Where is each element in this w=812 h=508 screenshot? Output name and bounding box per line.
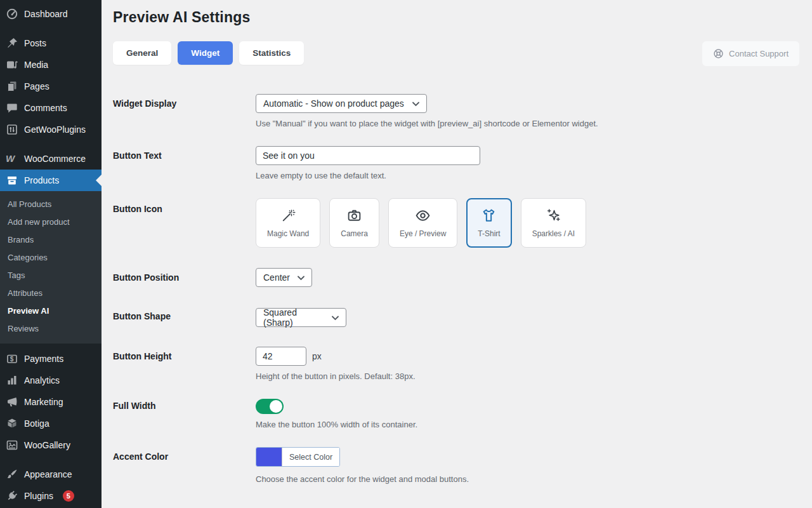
button-height-help: Height of the button in pixels. Default:… [256,371,799,381]
sidebar-item-label: Payments [24,354,63,364]
button-height-input[interactable] [256,347,306,366]
sidebar-item-analytics[interactable]: Analytics [0,370,102,391]
button-position-select[interactable]: Center [256,268,312,287]
archive-box-icon [6,174,18,187]
button-height-label: Button Height [113,347,256,381]
setting-row-button-height: Button Height px Height of the button in… [113,347,799,381]
button-text-input[interactable] [256,146,480,165]
woocommerce-icon: W [6,152,18,165]
sidebar-item-dashboard[interactable]: Dashboard [0,3,102,25]
submenu-item-brands[interactable]: Brands [0,231,102,249]
sparkles-icon [546,208,561,224]
sidebar-item-media[interactable]: Media [0,54,102,76]
submenu-item-tags[interactable]: Tags [0,267,102,284]
button-shape-select[interactable]: Squared (Sharp) [256,308,346,327]
pin-icon [6,37,18,50]
sidebar-item-pages[interactable]: Pages [0,76,102,97]
setting-row-button-position: Button Position Center [113,268,799,287]
sidebar-item-botiga[interactable]: Botiga [0,413,102,434]
life-buoy-icon [713,48,724,59]
widget-display-select[interactable]: Automatic - Show on product pages [256,94,427,113]
contact-support-button[interactable]: Contact Support [702,41,799,66]
accent-color-picker-button[interactable]: Select Color [256,447,340,467]
tabs-row: General Widget Statistics Contact Suppor… [113,41,799,66]
button-shape-value: Squared (Sharp) [263,307,324,328]
icon-option-magic-wand[interactable]: Magic Wand [256,198,320,248]
sidebar-item-getwooplugins[interactable]: GetWooPlugins [0,119,102,140]
accent-color-label: Accent Color [113,447,256,484]
setting-row-accent-color: Accent Color Select Color Choose the acc… [113,447,799,484]
sidebar-item-label: Pages [24,81,49,91]
button-icon-options: Magic Wand Camera Eye / Preview [256,198,799,248]
sidebar-item-woocommerce[interactable]: W WooCommerce [0,148,102,170]
sidebar-item-comments[interactable]: Comments [0,97,102,119]
submenu-item-add-new-product[interactable]: Add new product [0,213,102,231]
products-submenu: All Products Add new product Brands Cate… [0,191,102,344]
sidebar-item-appearance[interactable]: Appearance [0,464,102,485]
widget-display-help: Use "Manual" if you want to place the wi… [256,119,799,128]
dashboard-icon [6,8,18,20]
sidebar-item-label: GetWooPlugins [24,124,86,135]
icon-option-camera[interactable]: Camera [329,198,379,248]
tshirt-icon [481,208,497,224]
media-icon [6,58,18,71]
icon-option-label: Camera [341,229,368,238]
sidebar-item-label: WooCommerce [24,154,86,164]
sidebar-item-label: WooGallery [24,440,70,450]
sidebar-item-label: Products [24,175,59,185]
current-menu-arrow [96,175,102,186]
sidebar-item-marketing[interactable]: Marketing [0,391,102,413]
toggle-knob [270,400,282,413]
submenu-item-attributes[interactable]: Attributes [0,284,102,302]
tab-general[interactable]: General [113,41,171,65]
sidebar-item-label: Appearance [24,469,72,479]
button-icon-label: Button Icon [113,198,256,248]
icon-option-tshirt[interactable]: T-Shirt [466,198,511,248]
submenu-item-preview-ai[interactable]: Preview AI [0,302,102,320]
payments-icon: $ [6,352,18,365]
megaphone-icon [6,396,18,408]
magic-wand-icon [280,208,296,224]
color-swatch [256,448,282,466]
camera-icon [346,208,362,224]
brush-icon [6,468,18,481]
icon-option-label: Magic Wand [267,229,309,238]
setting-row-button-icon: Button Icon Magic Wand Camera [113,198,799,248]
button-position-value: Center [263,272,290,283]
icon-option-sparkles[interactable]: Sparkles / AI [521,198,586,248]
comment-icon [6,102,18,114]
full-width-help: Make the button 100% width of its contai… [256,420,799,429]
tab-statistics[interactable]: Statistics [239,41,304,65]
full-width-toggle[interactable] [256,399,284,414]
admin-sidebar: Dashboard Posts Media Pages Comments Get… [0,0,102,508]
icon-option-eye[interactable]: Eye / Preview [388,198,457,248]
svg-text:$: $ [10,356,14,363]
setting-row-widget-display: Widget Display Automatic - Show on produ… [113,94,799,128]
svg-text:W: W [6,153,16,164]
submenu-item-categories[interactable]: Categories [0,249,102,267]
accent-color-help: Choose the accent color for the widget a… [256,474,799,484]
button-text-help: Leave empty to use the default text. [256,171,799,180]
full-width-label: Full Width [113,399,256,429]
sidebar-item-label: Analytics [24,375,60,385]
plug-icon [6,490,18,502]
main-content: Preview AI Settings General Widget Stati… [102,0,812,508]
sidebar-item-payments[interactable]: $ Payments [0,348,102,370]
sidebar-item-label: Media [24,60,48,70]
contact-support-label: Contact Support [729,49,789,58]
sliders-icon [6,123,18,136]
sidebar-item-products[interactable]: Products [0,170,102,191]
button-position-label: Button Position [113,268,256,287]
submenu-item-reviews[interactable]: Reviews [0,320,102,338]
sidebar-item-plugins[interactable]: Plugins 5 [0,485,102,507]
icon-option-label: Sparkles / AI [532,229,575,238]
sidebar-item-label: Comments [24,103,67,113]
sidebar-item-posts[interactable]: Posts [0,32,102,54]
chevron-down-icon [412,102,419,107]
sidebar-item-woogallery[interactable]: WooGallery [0,434,102,456]
submenu-item-all-products[interactable]: All Products [0,196,102,213]
gallery-icon [6,439,18,451]
setting-row-full-width: Full Width Make the button 100% width of… [113,399,799,429]
tab-widget[interactable]: Widget [178,41,233,65]
select-color-label: Select Color [282,448,339,466]
